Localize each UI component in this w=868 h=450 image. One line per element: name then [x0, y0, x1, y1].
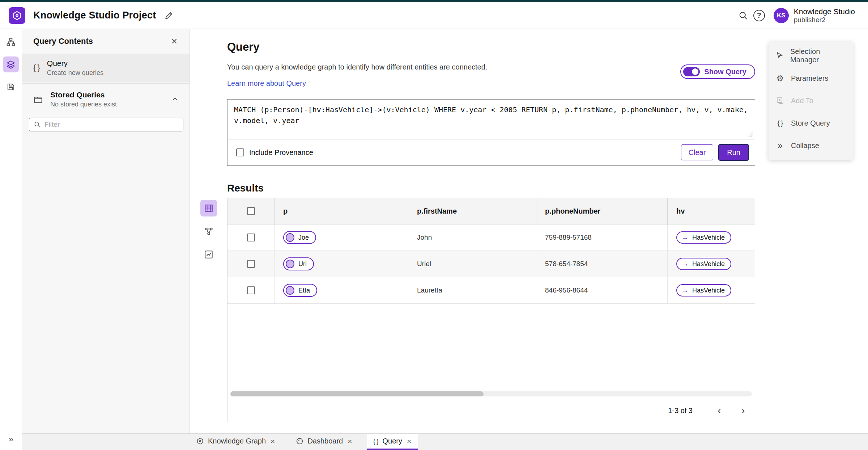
row-checkbox[interactable]	[247, 286, 255, 294]
braces-icon: { }	[33, 63, 40, 72]
chart-view-button[interactable]	[200, 246, 217, 263]
show-query-label: Show Query	[704, 68, 746, 76]
close-icon: ×	[171, 35, 177, 47]
edge-pill[interactable]: → HasVehicle	[676, 258, 731, 270]
scrollbar-thumb[interactable]	[230, 391, 484, 396]
rail-hierarchy-button[interactable]	[3, 34, 19, 50]
edge-pill[interactable]: → HasVehicle	[676, 284, 731, 297]
node-pill[interactable]: Joe	[283, 231, 316, 244]
tab-query[interactable]: { } Query ×	[367, 434, 418, 450]
panel-divider	[22, 83, 190, 84]
rail-query-layers-button[interactable]	[3, 56, 19, 72]
rail-save-button[interactable]	[3, 79, 19, 95]
table-view-button[interactable]	[200, 200, 217, 216]
user-menu[interactable]: Knowledge Studio publisher2	[794, 7, 855, 24]
close-tab-button[interactable]: ×	[406, 437, 412, 446]
tab-knowledge-graph[interactable]: Knowledge Graph ×	[191, 434, 281, 450]
results-title: Results	[227, 182, 755, 194]
double-chevron-icon: »	[778, 141, 782, 150]
graph-icon	[204, 227, 213, 236]
chevron-right-icon: ›	[741, 405, 745, 416]
include-provenance-option: Include Provenance	[236, 148, 313, 157]
left-icon-rail: »	[0, 29, 22, 450]
panel-item-query[interactable]: { } Query Create new queries	[22, 54, 190, 82]
include-provenance-label: Include Provenance	[249, 148, 313, 157]
stored-queries-header[interactable]: Stored Queries No stored queries exist	[22, 85, 190, 113]
column-header-phonenumber: p.phoneNumber	[536, 198, 668, 224]
table-icon	[204, 203, 213, 213]
show-query-toggle[interactable]: Show Query	[680, 64, 755, 79]
table-row: Uri Uriel 578-654-7854 → HasVehicle	[227, 251, 755, 277]
filter-input[interactable]	[44, 121, 179, 129]
table-row: Joe John 759-889-57168 → HasVehicle	[227, 224, 755, 251]
edit-title-button[interactable]	[161, 8, 177, 24]
include-provenance-checkbox[interactable]	[236, 148, 244, 156]
arrow-right-icon: →	[682, 286, 689, 294]
select-all-checkbox[interactable]	[247, 207, 255, 215]
chevron-left-icon: ‹	[718, 405, 721, 416]
node-pill[interactable]: Etta	[283, 284, 317, 297]
hierarchy-icon	[6, 37, 16, 47]
product-name: Knowledge Studio	[794, 7, 855, 16]
previous-page-button[interactable]: ‹	[713, 404, 726, 417]
panel-close-button[interactable]: ×	[167, 34, 182, 49]
filter-box	[29, 118, 183, 131]
menu-item-selection-manager[interactable]: Selection Manager	[769, 45, 853, 67]
query-item-sublabel: Create new queries	[47, 69, 103, 77]
page-description: You can query a knowledge graph to ident…	[227, 63, 643, 71]
edge-pill[interactable]: → HasVehicle	[676, 231, 731, 244]
column-header-hv: hv	[668, 198, 755, 224]
rail-expand-button[interactable]: »	[3, 431, 19, 447]
logo-hexagon-icon	[12, 10, 22, 21]
cell-phone: 578-654-7854	[545, 260, 588, 268]
query-editor-box: MATCH (p:Person)-[hv:HasVehicle]->(v:Veh…	[227, 99, 755, 166]
node-icon	[286, 286, 294, 295]
pagination-range: 1-3 of 3	[668, 407, 693, 415]
pencil-icon	[164, 11, 174, 20]
node-pill[interactable]: Uri	[283, 257, 314, 270]
search-icon	[738, 10, 748, 21]
help-icon: ?	[753, 10, 765, 21]
node-icon	[286, 260, 294, 268]
row-checkbox[interactable]	[247, 260, 255, 268]
arrow-right-icon: →	[682, 260, 689, 268]
horizontal-scrollbar	[230, 391, 752, 396]
next-page-button[interactable]: ›	[737, 404, 750, 417]
menu-item-add-to: Add To	[769, 89, 853, 112]
graph-view-button[interactable]	[200, 223, 217, 240]
close-tab-button[interactable]: ×	[347, 437, 353, 446]
cursor-icon	[775, 51, 784, 60]
learn-more-link[interactable]: Learn more about Query	[227, 79, 306, 88]
menu-item-store-query[interactable]: { } Store Query	[769, 112, 853, 134]
run-button[interactable]: Run	[718, 144, 749, 161]
layers-icon	[6, 60, 16, 69]
double-chevron-icon: »	[9, 435, 13, 443]
menu-item-collapse[interactable]: » Collapse	[769, 134, 853, 157]
user-name: publisher2	[794, 16, 855, 24]
close-tab-button[interactable]: ×	[270, 437, 276, 446]
bottom-tab-bar: Knowledge Graph × Dashboard × { } Query …	[22, 433, 868, 450]
help-button[interactable]: ?	[751, 8, 767, 24]
project-title: Knowledge Studio Project	[33, 10, 156, 21]
pagination: 1-3 of 3 ‹ ›	[227, 399, 755, 422]
app-header: Knowledge Studio Project ? KS Knowledge …	[0, 2, 868, 29]
query-item-label: Query	[47, 59, 103, 68]
stored-queries-label: Stored Queries	[50, 91, 117, 99]
arrow-right-icon: →	[682, 234, 689, 241]
menu-item-parameters[interactable]: ⚙ Parameters	[769, 67, 853, 89]
query-textarea[interactable]: MATCH (p:Person)-[hv:HasVehicle]->(v:Veh…	[227, 100, 755, 139]
cell-phone: 759-889-57168	[545, 234, 592, 241]
search-button[interactable]	[735, 8, 751, 24]
clear-button[interactable]: Clear	[681, 144, 714, 160]
save-icon	[6, 82, 16, 92]
collapse-section-button[interactable]	[168, 92, 182, 106]
query-page: Query You can query a knowledge graph to…	[227, 41, 755, 422]
app-logo	[9, 7, 25, 24]
avatar[interactable]: KS	[774, 8, 789, 23]
tab-dashboard[interactable]: Dashboard ×	[290, 434, 358, 450]
query-contents-panel: Query Contents × { } Query Create new qu…	[22, 29, 190, 433]
panel-title: Query Contents	[33, 37, 167, 46]
row-checkbox[interactable]	[247, 234, 255, 241]
add-to-icon	[776, 96, 784, 105]
results-table: p p.firstName p.phoneNumber hv Joe John …	[227, 198, 755, 422]
